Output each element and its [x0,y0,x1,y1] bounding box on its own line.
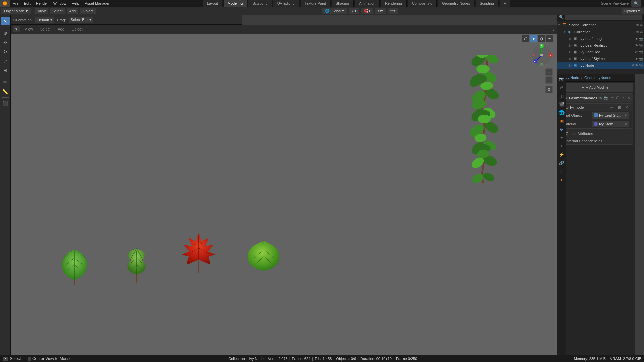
ivy-node-item[interactable]: ▷ ▣ Ivy Node ⚙ 👁 📷 [557,62,644,69]
object-props-icon[interactable]: ▣ [558,117,566,125]
ivy-long-render[interactable]: 📷 [639,37,643,41]
move-tool-btn[interactable]: ⊹ [1,38,10,47]
annotate-tool-btn[interactable]: ✏ [1,78,10,86]
zoom-out-btn[interactable]: − [545,76,553,84]
material-preview-btn[interactable]: ◑ [538,35,545,42]
ivy-leaf-long-item[interactable]: ▷ ▣ Ivy Leaf Long 👁 📷 [557,35,644,42]
tab-modeling[interactable]: Modeling [224,0,247,7]
tab-layout[interactable]: Layout [203,0,222,7]
material-props-icon[interactable]: ● [558,176,566,184]
ivy-red-vis[interactable]: 👁 [635,50,638,54]
tab-compositing[interactable]: Compositing [408,0,437,7]
scene-collection-item[interactable]: ▾ ☰ Scene Collection 👁 ⊙ [557,22,644,28]
tab-shading[interactable]: Shading [332,0,354,7]
add-btn[interactable]: Add [67,8,79,14]
edit-menu[interactable]: Edit [21,0,33,7]
ivy-styl-render[interactable]: 📷 [639,57,643,61]
sel-icon[interactable]: ⊙ [640,30,643,34]
viewport-object-btn[interactable]: Object [69,26,85,32]
help-menu[interactable]: Help [69,0,82,7]
view-layer-props-icon[interactable]: ◫ [558,92,566,100]
render-menu[interactable]: Render [33,0,51,7]
breadcrumb-ivy-node[interactable]: Ivy Node [565,76,579,80]
ivy-real-vis[interactable]: 👁 [635,44,638,47]
ivy-leaf-realistic-item[interactable]: ▷ ▣ Ivy Leaf Realistic 👁 📷 [557,42,644,49]
search-btn[interactable]: 🔍 [631,0,641,7]
tab-rendering[interactable]: Rendering [381,0,407,7]
file-menu[interactable]: File [10,0,21,7]
select-tool-btn[interactable]: ↖ [1,17,10,25]
ivy-real-render[interactable]: 📷 [639,44,643,47]
ivy-node-vis[interactable]: 👁 [635,64,638,67]
scale-tool-btn[interactable]: ⤢ [1,57,10,65]
viewport-menu-btn[interactable]: ▾ [13,26,20,32]
tab-animation[interactable]: Animation [355,0,380,7]
global-orientation-btn[interactable]: 🌐 Global ▾ [322,8,347,14]
world-props-icon[interactable]: 🌐 [558,109,566,117]
tab-scripting[interactable]: Scripting [476,0,498,7]
material-clear-btn[interactable]: ✕ [624,122,627,126]
particles-props-icon[interactable]: ✦ [558,142,566,150]
cursor-tool-btn[interactable]: ⊕ [1,28,10,37]
sub-mod-edit-btn[interactable]: ✏ [609,104,615,110]
viewport-view-btn[interactable]: View [22,26,36,32]
coll-sel-icon[interactable]: ⊙ [640,23,643,27]
shader-effects-icon[interactable]: ✦ [558,134,566,142]
rotate-tool-btn[interactable]: ↻ [1,47,10,56]
navigation-gizmo[interactable]: X Z Y [530,43,553,67]
viewport-full-btn[interactable]: ⤡ [551,27,555,32]
modifier-props-icon[interactable]: ⚙ [558,125,566,133]
mod-cage-btn[interactable]: ⬡ [616,95,620,101]
coll-vis-icon[interactable]: 👁 [636,23,639,27]
window-menu[interactable]: Window [51,0,69,7]
pan-btn[interactable]: ✥ [545,86,553,93]
select-btn[interactable]: Select [50,8,65,14]
asset-manager-menu[interactable]: Asset Manager [82,0,112,7]
output-props-icon[interactable]: 🖨 [558,83,566,92]
object-btn[interactable]: Object [80,8,96,14]
ivy-leaf-red-item[interactable]: ▷ ▣ Ivy Leaf Red 👁 📷 [557,49,644,55]
tab-texture-paint[interactable]: Texture Paint [301,0,330,7]
material-value-btn[interactable]: Ivy Stem ✕ [592,121,629,127]
mod-check-btn[interactable]: ✓ [621,95,625,101]
transform-tool-btn[interactable]: ⊞ [1,66,10,75]
leaf-object-clear-btn[interactable]: ✕ [624,114,627,117]
object-data-icon[interactable]: ▽ [558,167,566,175]
view-btn[interactable]: View [35,8,48,14]
render-props-icon[interactable]: 📷 [558,75,566,83]
ivy-node-render[interactable]: 📷 [639,64,643,67]
tab-add[interactable]: + [500,0,510,7]
options-btn[interactable]: Options ▾ [622,8,643,14]
tab-geometry-nodes[interactable]: Geometry Nodes [438,0,474,7]
scene-props-icon[interactable]: 🎬 [558,100,566,108]
output-attributes-section[interactable]: ▷ Output Attributes [559,130,633,137]
rendered-btn[interactable]: ☀ [546,35,553,42]
annotation-btn[interactable]: ✏▾ [388,8,398,14]
proportional-btn[interactable]: ⊙▾ [375,8,386,14]
breadcrumb-geometry-nodes[interactable]: GeometryNodes [584,76,611,80]
blender-menu[interactable]: 🟠 [0,0,10,7]
measure-tool-btn[interactable]: 📏 [1,87,10,96]
transform-pivot-btn[interactable]: ⊙▾ [349,8,359,14]
mod-edit-btn[interactable]: ✏ [610,95,614,101]
snap-btn[interactable]: 🧲▾ [361,8,373,14]
ivy-leaf-stylized-item[interactable]: ▷ ▣ Ivy Leaf Stylized 👁 📷 [557,55,644,62]
object-constraints-icon[interactable]: 🔗 [558,159,566,167]
ivy-long-vis[interactable]: 👁 [635,37,638,41]
object-mode-dropdown[interactable]: Object Mode ▾ [1,8,31,14]
add-modifier-btn[interactable]: + + Add Modifier [558,83,633,92]
vis-icon[interactable]: 👁 [636,30,639,34]
leaf-object-value-btn[interactable]: Ivy Leaf Sty... ✕ [592,112,629,119]
mod-close-btn[interactable]: ✕ [627,95,631,101]
tab-uv-editing[interactable]: UV Editing [273,0,299,7]
internal-dependencies-section[interactable]: ▷ Internal Dependencies [559,137,633,144]
physics-props-icon[interactable]: ⚡ [558,150,566,159]
default-orientation-btn[interactable]: Default ▾ [35,17,54,23]
sub-mod-close-btn[interactable]: ✕ [624,104,630,110]
collection-item[interactable]: ▾ ◉ Collection 👁 ⊙ [557,28,644,35]
solid-btn[interactable]: ● [530,35,537,42]
viewport-select-btn[interactable]: Select [38,26,53,32]
mod-realtime-btn[interactable]: 👁 [599,95,603,101]
drag-mode-btn[interactable]: Select Box ▾ [69,17,94,23]
viewport-add-btn[interactable]: Add [55,26,67,32]
